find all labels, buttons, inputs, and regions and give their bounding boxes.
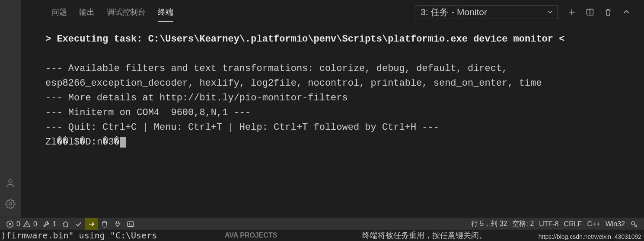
home-button[interactable] xyxy=(59,218,72,230)
status-bar: 0 0 1 行 5，列 32 空格: 2 UTF-8 CRLF C++ Win3… xyxy=(0,218,644,230)
terminal-line: > Executing task: C:\Users\Kearney\.plat… xyxy=(45,34,564,45)
watermark: https://blog.csdn.net/weixin_43031092 xyxy=(539,233,641,240)
chevron-up-icon[interactable] xyxy=(622,8,630,16)
leaked-strip: )firmware.bin" using "C:\Users AVA PROJE… xyxy=(0,230,644,241)
status-encoding[interactable]: UTF-8 xyxy=(536,218,561,230)
terminal-output[interactable]: > Executing task: C:\Users\Kearney\.plat… xyxy=(21,24,644,218)
feedback-icon xyxy=(630,220,638,228)
wrench-icon xyxy=(42,220,50,228)
svg-point-1 xyxy=(9,202,12,205)
leak-left: )firmware.bin" using "C:\Users xyxy=(0,230,157,241)
status-cursor-position[interactable]: 行 5，列 32 xyxy=(469,218,510,230)
tab-debug-console[interactable]: 调试控制台 xyxy=(101,3,152,21)
panel-tabs: 问题 输出 调试控制台 终端 3: 任务 - Monitor xyxy=(21,0,644,24)
panel-actions xyxy=(558,8,641,16)
clean-button[interactable] xyxy=(98,218,111,230)
status-language[interactable]: C++ xyxy=(584,218,603,230)
terminal-button[interactable] xyxy=(124,218,137,230)
status-errors[interactable]: 0 0 xyxy=(3,218,40,230)
status-tools-count: 1 xyxy=(53,220,57,228)
svg-point-0 xyxy=(9,180,12,183)
home-icon xyxy=(62,220,70,228)
tab-terminal[interactable]: 终端 xyxy=(152,3,179,21)
warning-icon xyxy=(23,220,31,228)
terminal-line: --- Available filters and text transform… xyxy=(45,63,542,89)
activity-bar xyxy=(0,0,21,218)
account-icon[interactable] xyxy=(0,173,21,193)
svg-rect-4 xyxy=(128,222,134,226)
terminal-cursor xyxy=(120,137,126,148)
status-platform[interactable]: Win32 xyxy=(603,218,628,230)
plus-icon[interactable] xyxy=(568,8,576,16)
status-indent[interactable]: 空格: 2 xyxy=(510,218,536,230)
chevron-down-icon xyxy=(547,7,554,17)
terminal-line: --- Quit: Ctrl+C | Menu: Ctrl+T | Help: … xyxy=(45,122,439,133)
terminal-line: --- More details at http://bit.ly/pio-mo… xyxy=(45,93,348,103)
terminal-line: Zl��l$�D:n�3� xyxy=(45,137,120,148)
terminal-picker[interactable]: 3: 任务 - Monitor xyxy=(415,5,558,19)
terminal-line: --- Miniterm on COM4 9600,8,N,1 --- xyxy=(45,107,251,118)
split-icon[interactable] xyxy=(586,8,594,16)
plug-icon xyxy=(114,220,121,228)
status-errors-count: 0 xyxy=(16,220,20,228)
terminal-picker-label: 3: 任务 - Monitor xyxy=(421,6,487,18)
arrow-right-icon xyxy=(88,220,96,228)
leak-projects: AVA PROJECTS xyxy=(225,231,277,239)
trash-icon xyxy=(101,220,108,228)
svg-point-5 xyxy=(631,221,635,225)
panel: 问题 输出 调试控制台 终端 3: 任务 - Monitor xyxy=(21,0,644,218)
leak-cn: 终端将被任务重用，按任意键关闭。 xyxy=(362,230,487,241)
upload-button[interactable] xyxy=(85,218,98,230)
error-icon xyxy=(6,220,14,228)
tab-output[interactable]: 输出 xyxy=(73,3,101,21)
status-warnings-count: 0 xyxy=(33,220,37,228)
terminal-square-icon xyxy=(127,220,134,228)
build-button[interactable] xyxy=(72,218,85,230)
trash-icon[interactable] xyxy=(604,8,612,16)
tab-problems[interactable]: 问题 xyxy=(45,3,73,21)
gear-icon[interactable] xyxy=(0,193,21,214)
status-tools[interactable]: 1 xyxy=(40,218,59,230)
serial-monitor-button[interactable] xyxy=(111,218,124,230)
status-eol[interactable]: CRLF xyxy=(561,218,585,230)
check-icon xyxy=(75,220,83,228)
feedback-button[interactable] xyxy=(628,218,641,230)
